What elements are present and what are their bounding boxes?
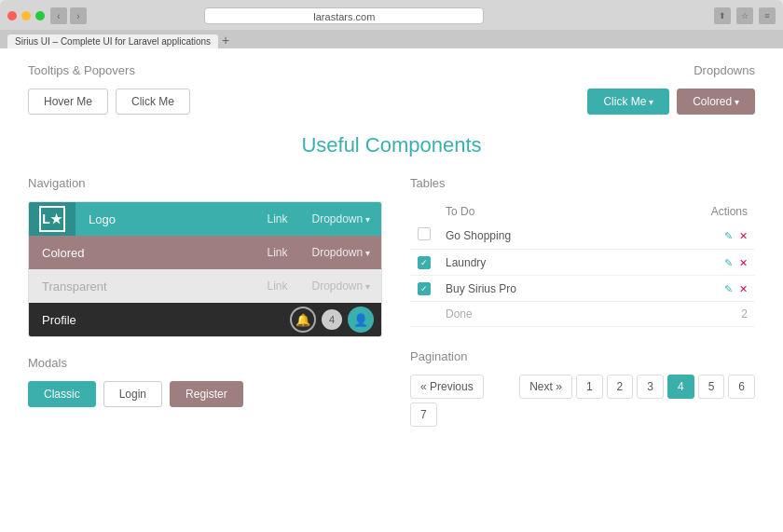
colored-dropdown[interactable]: Colored	[677, 89, 755, 115]
page-7[interactable]: 7	[410, 402, 437, 427]
modal-buttons: Classic Login Register	[28, 381, 382, 407]
pagination-section: Pagination « Previous Next » 1 2 3 4 5 6…	[410, 349, 755, 427]
table-row: ✓ Buy Sirius Pro ✎ ✕	[410, 276, 755, 302]
traffic-lights	[7, 11, 45, 20]
next-page-button[interactable]: Next »	[519, 375, 572, 399]
pagination-controls: « Previous Next » 1 2 3 4 5 6 7	[410, 375, 755, 427]
done-count: 2	[636, 302, 755, 327]
nav-transparent-label: Transparent	[29, 280, 254, 293]
bookmark-icon[interactable]: ☆	[736, 7, 753, 24]
dropdowns-title: Dropdowns	[401, 63, 755, 77]
nav-demo: L★ Logo Link Dropdown Colored Link Dropd…	[28, 201, 382, 337]
main-content: Navigation L★ Logo Link Dropdown Colored	[28, 176, 755, 427]
useful-components-heading: Useful Components	[28, 133, 755, 157]
nav-link-2[interactable]: Link	[254, 280, 301, 293]
tooltips-section: Tooltips & Popovers Hover Me Click Me	[28, 63, 382, 115]
back-button[interactable]: ‹	[50, 7, 67, 24]
done-label: Done	[438, 302, 636, 327]
classic-modal-button[interactable]: Classic	[28, 381, 96, 407]
col-actions: Actions	[636, 201, 755, 222]
notification-badge: 4	[322, 309, 342, 330]
nav-row-colored: Colored Link Dropdown	[29, 236, 381, 269]
user-avatar[interactable]: 👤	[348, 307, 374, 333]
page-1[interactable]: 1	[576, 375, 603, 399]
pagination-title: Pagination	[410, 349, 755, 363]
nav-profile-label: Profile	[29, 313, 290, 327]
navigation-title: Navigation	[28, 176, 382, 190]
nav-row-logo: L★ Logo Link Dropdown	[29, 202, 381, 236]
new-tab-button[interactable]: +	[222, 34, 229, 48]
checkbox-1[interactable]: ✓	[418, 256, 431, 269]
edit-action-0[interactable]: ✎	[724, 230, 733, 241]
checkbox-2[interactable]: ✓	[418, 282, 431, 295]
browser-icons: ⬆ ☆ ≡	[714, 7, 776, 24]
bell-icon[interactable]: 🔔	[290, 307, 316, 333]
table-row: Go Shopping ✎ ✕	[410, 222, 755, 250]
register-modal-button[interactable]: Register	[170, 381, 243, 407]
page-2[interactable]: 2	[607, 375, 634, 399]
tables-title: Tables	[410, 176, 755, 190]
nav-logo-label: Logo	[76, 212, 254, 226]
page-4[interactable]: 4	[667, 375, 694, 399]
maximize-button[interactable]	[35, 11, 45, 20]
browser-chrome: ‹ › larastars.com ⬆ ☆ ≡	[0, 0, 783, 30]
nav-colored-label: Colored	[29, 246, 254, 260]
nav-dropdown-2[interactable]: Dropdown	[301, 280, 381, 293]
tables-section: Tables To Do Actions Go Shopping	[410, 176, 755, 327]
todo-table: To Do Actions Go Shopping ✎ ✕	[410, 201, 755, 327]
modals-title: Modals	[28, 356, 382, 370]
nav-row-profile: Profile 🔔 4 👤	[29, 303, 381, 336]
tab-bar: Sirius UI – Complete UI for Laravel appl…	[0, 30, 783, 48]
left-column: Navigation L★ Logo Link Dropdown Colored	[28, 176, 382, 427]
share-icon[interactable]: ⬆	[714, 7, 731, 24]
page-3[interactable]: 3	[637, 375, 664, 399]
edit-action-2[interactable]: ✎	[724, 283, 733, 294]
click-me-dropdown[interactable]: Click Me	[587, 89, 669, 115]
tooltips-title: Tooltips & Popovers	[28, 63, 382, 77]
checkbox-0[interactable]	[418, 227, 431, 240]
click-me-button[interactable]: Click Me	[116, 89, 190, 115]
task-label-0: Go Shopping	[438, 222, 636, 250]
right-column: Tables To Do Actions Go Shopping	[410, 176, 755, 427]
forward-button[interactable]: ›	[70, 7, 87, 24]
delete-action-2[interactable]: ✕	[739, 283, 748, 294]
nav-link-1[interactable]: Link	[254, 246, 301, 259]
dropdowns-section: Dropdowns Click Me Colored	[401, 63, 755, 115]
minimize-button[interactable]	[21, 11, 31, 20]
navigation-section: Navigation L★ Logo Link Dropdown Colored	[28, 176, 382, 337]
nav-arrows: ‹ ›	[50, 7, 87, 24]
browser-body: Tooltips & Popovers Hover Me Click Me Dr…	[0, 48, 783, 532]
page-5[interactable]: 5	[698, 375, 725, 399]
edit-action-1[interactable]: ✎	[724, 257, 733, 268]
close-button[interactable]	[7, 11, 17, 20]
dropdown-buttons: Click Me Colored	[401, 89, 755, 115]
browser-tab[interactable]: Sirius UI – Complete UI for Laravel appl…	[7, 34, 218, 48]
menu-icon[interactable]: ≡	[759, 7, 776, 24]
delete-action-1[interactable]: ✕	[739, 257, 748, 268]
done-row: Done 2	[410, 302, 755, 327]
tooltips-buttons: Hover Me Click Me	[28, 89, 382, 115]
nav-link-0[interactable]: Link	[254, 212, 301, 225]
table-row: ✓ Laundry ✎ ✕	[410, 250, 755, 276]
nav-dropdown-1[interactable]: Dropdown	[301, 246, 381, 259]
col-todo: To Do	[438, 201, 636, 222]
delete-action-0[interactable]: ✕	[739, 230, 748, 241]
address-bar[interactable]: larastars.com	[204, 7, 484, 24]
nav-dropdown-0[interactable]: Dropdown	[301, 212, 381, 225]
page-6[interactable]: 6	[728, 375, 755, 399]
logo-star-icon: L★	[39, 206, 65, 232]
nav-row-transparent: Transparent Link Dropdown	[29, 269, 381, 303]
task-label-2: Buy Sirius Pro	[438, 276, 636, 302]
login-modal-button[interactable]: Login	[103, 381, 162, 407]
modals-section: Modals Classic Login Register	[28, 356, 382, 407]
task-label-1: Laundry	[438, 250, 636, 276]
top-row: Tooltips & Popovers Hover Me Click Me Dr…	[28, 63, 755, 115]
previous-page-button[interactable]: « Previous	[410, 375, 484, 399]
hover-me-button[interactable]: Hover Me	[28, 89, 108, 115]
nav-logo: L★	[29, 202, 76, 236]
